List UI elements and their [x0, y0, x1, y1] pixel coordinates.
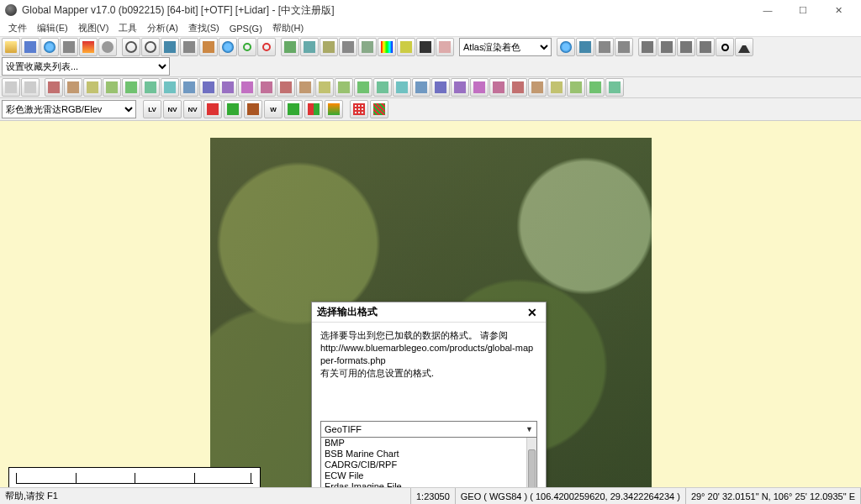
tool-script2-icon[interactable] — [615, 38, 633, 56]
tool-north-icon[interactable] — [735, 38, 753, 56]
app-icon — [5, 4, 17, 16]
tool-config-icon[interactable] — [98, 38, 117, 56]
digitize-tool-26-icon[interactable] — [547, 78, 566, 97]
tool-home-icon[interactable] — [199, 38, 218, 56]
digitize-tool-5-icon[interactable] — [141, 78, 160, 97]
digitize-tool-24-icon[interactable] — [509, 78, 527, 97]
tool-link2-icon[interactable] — [677, 38, 695, 56]
favorites-select[interactable]: 设置收藏夹列表... — [2, 57, 170, 76]
digitize-tool-18-icon[interactable] — [393, 78, 411, 97]
tool-pan-icon[interactable] — [436, 38, 454, 56]
digitize-tool-23-icon[interactable] — [489, 78, 508, 97]
menu-search[interactable]: 查找(S) — [183, 20, 224, 36]
format-option[interactable]: ECW File — [321, 470, 526, 481]
tool-open-icon[interactable] — [2, 38, 20, 56]
digitize-tool-20-icon[interactable] — [431, 78, 450, 97]
tool-3d2-icon[interactable] — [576, 38, 594, 56]
menu-tools[interactable]: 工具 — [114, 20, 142, 36]
digitize-tool-0-icon[interactable] — [45, 78, 63, 97]
digitize-tool-29-icon[interactable] — [605, 78, 624, 97]
digitize-tool-7-icon[interactable] — [180, 78, 198, 97]
tool-render-icon[interactable] — [378, 38, 396, 56]
filter-grad-icon[interactable] — [325, 100, 343, 118]
filter-house-icon[interactable] — [203, 100, 222, 118]
digitize-tool-2-icon[interactable] — [83, 78, 102, 97]
lidar-display-select[interactable]: 彩色激光雷达RGB/Elev — [2, 100, 136, 118]
tool-select-icon[interactable] — [281, 38, 299, 56]
menu-file[interactable]: 文件 — [3, 20, 32, 36]
tool-attrib-icon[interactable] — [397, 38, 415, 56]
tool-path-icon[interactable] — [339, 38, 357, 56]
dialog-close-button[interactable]: ✕ — [524, 306, 541, 319]
tool-link3-icon[interactable] — [696, 38, 715, 56]
close-button[interactable]: ✕ — [821, 0, 856, 20]
digitize-tool-1-icon[interactable] — [64, 78, 82, 97]
filter-lv-icon[interactable]: LV — [143, 100, 161, 118]
digitize-tool-14-icon[interactable] — [315, 78, 334, 97]
tool-save-icon[interactable] — [21, 38, 40, 56]
digitize-tool-3-icon[interactable] — [103, 78, 121, 97]
digitize-tool-4-icon[interactable] — [122, 78, 140, 97]
format-option[interactable]: CADRG/CIB/RPF — [321, 459, 526, 470]
digitize-tool-6-icon[interactable] — [161, 78, 179, 97]
format-option[interactable]: BMP — [321, 438, 526, 449]
format-option[interactable]: BSB Marine Chart — [321, 449, 526, 459]
tool-layers-icon[interactable] — [79, 38, 98, 56]
shader-select[interactable]: Atlas渲染着色 — [459, 38, 552, 56]
menu-help[interactable]: 帮助(H) — [267, 20, 309, 36]
filter-w-icon[interactable]: W — [264, 100, 283, 118]
tool-zoom-out-icon[interactable] — [141, 38, 160, 56]
filter-matrix-icon[interactable] — [370, 100, 388, 118]
digitize-tool-28-icon[interactable] — [586, 78, 605, 97]
minimize-button[interactable]: — — [750, 0, 785, 20]
tool-clear-icon[interactable] — [257, 38, 276, 56]
digitize-tool-22-icon[interactable] — [470, 78, 489, 97]
tool-swipe-icon[interactable] — [358, 38, 377, 56]
filter-nv-icon[interactable]: NV — [163, 100, 182, 118]
tool-info-icon[interactable] — [300, 38, 319, 56]
tool-globe2-icon[interactable] — [219, 38, 237, 56]
digitize-tool-12-icon[interactable] — [277, 78, 295, 97]
filter-palette-icon[interactable] — [350, 100, 368, 118]
filter-tree-icon[interactable] — [224, 100, 242, 118]
digitize-tool-9-icon[interactable] — [219, 78, 237, 97]
tool-dark-icon[interactable] — [416, 38, 435, 56]
menu-view[interactable]: 视图(V) — [73, 20, 114, 36]
filter-split-icon[interactable] — [304, 100, 323, 118]
digitize-tool-21-icon[interactable] — [451, 78, 469, 97]
map-viewport[interactable]: 0.0 km 0.5 km 1.0 km 1.5 km 2.0 km 选择输出格… — [0, 121, 861, 504]
digitize-pointer-icon[interactable] — [2, 78, 20, 97]
digitize-tool-8-icon[interactable] — [199, 78, 218, 97]
tool-zoom-prev-icon[interactable] — [180, 38, 198, 56]
menu-gps[interactable]: GPS(G) — [224, 22, 267, 35]
digitize-tool-27-icon[interactable] — [567, 78, 585, 97]
tool-script-icon[interactable] — [595, 38, 614, 56]
digitize-tool-19-icon[interactable] — [412, 78, 430, 97]
menu-analysis[interactable]: 分析(A) — [142, 20, 183, 36]
digitize-tool-15-icon[interactable] — [335, 78, 353, 97]
digitize-tool-17-icon[interactable] — [373, 78, 392, 97]
digitize-tool-25-icon[interactable] — [528, 78, 547, 97]
filter-pole-icon[interactable] — [244, 100, 262, 118]
digitize-edit-icon[interactable] — [21, 78, 40, 97]
tool-refresh-icon[interactable] — [238, 38, 256, 56]
digitize-tool-10-icon[interactable] — [238, 78, 256, 97]
tool-zoom-in-icon[interactable] — [122, 38, 140, 56]
tool-3d-icon[interactable] — [557, 38, 575, 56]
filter-nv2-icon[interactable]: NV — [183, 100, 202, 118]
dialog-link[interactable]: http://www.bluemarblegeo.com/products/gl… — [320, 343, 533, 365]
tool-zoom-extent-icon[interactable] — [161, 38, 179, 56]
digitize-tool-11-icon[interactable] — [257, 78, 276, 97]
filter-ag-icon[interactable] — [284, 100, 303, 118]
tool-link-icon[interactable] — [658, 38, 676, 56]
maximize-button[interactable]: ☐ — [785, 0, 821, 20]
tool-flag-icon[interactable] — [638, 38, 657, 56]
tool-download-icon[interactable] — [40, 38, 59, 56]
format-combobox[interactable]: GeoTIFF ▼ — [320, 421, 537, 438]
digitize-tool-13-icon[interactable] — [296, 78, 314, 97]
tool-print-icon[interactable] — [60, 38, 78, 56]
digitize-tool-16-icon[interactable] — [354, 78, 372, 97]
tool-target-icon[interactable] — [716, 38, 734, 56]
menu-edit[interactable]: 编辑(E) — [32, 20, 73, 36]
tool-measure-icon[interactable] — [320, 38, 338, 56]
